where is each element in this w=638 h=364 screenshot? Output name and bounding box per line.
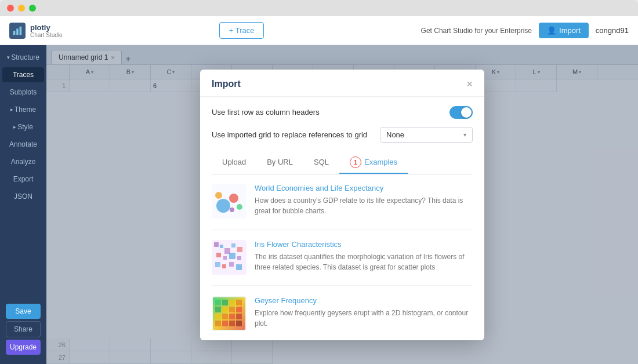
grid-dropdown-value: None xyxy=(386,130,404,139)
brand-name: plotly xyxy=(30,23,63,32)
import-modal: Import × Use first row as column headers xyxy=(200,70,484,340)
sidebar-item-annotate[interactable]: Annotate xyxy=(2,137,44,152)
modal-body: Use first row as column headers Use impo… xyxy=(200,97,484,340)
traffic-light-green[interactable] xyxy=(29,5,36,12)
app-container: plotly Chart Studio + Trace Get Chart St… xyxy=(0,16,638,364)
modal-close-button[interactable]: × xyxy=(466,79,473,89)
save-button[interactable]: Save xyxy=(6,304,41,319)
example-iris-flower-desc: The iris dataset quantifies the morpholo… xyxy=(255,252,473,272)
first-row-label: Use first row as column headers xyxy=(212,108,320,117)
tab-examples-badge: 1 xyxy=(350,156,361,168)
example-iris-flower-title[interactable]: Iris Flower Characteristics xyxy=(255,240,473,249)
sidebar-item-analyze[interactable]: Analyze xyxy=(2,154,44,169)
plotly-icon xyxy=(9,23,26,39)
import-label: Import xyxy=(559,26,581,35)
svg-point-5 xyxy=(229,194,238,203)
svg-point-7 xyxy=(215,192,222,199)
svg-rect-18 xyxy=(215,262,220,267)
sidebar-item-export[interactable]: Export xyxy=(2,172,44,187)
example-world-economies: World Economies and Life Expectancy How … xyxy=(212,184,473,230)
svg-rect-30 xyxy=(236,307,242,312)
tab-examples[interactable]: 1 Examples xyxy=(339,152,408,174)
tab-sql[interactable]: SQL xyxy=(303,152,339,174)
sidebar-item-label: Style xyxy=(17,123,33,131)
content-area: Unnamed grid 1 × + A▾ B▾ C▾ D▾ E▾ F▾ G▾ … xyxy=(46,45,638,364)
sidebar-item-label: Structure xyxy=(11,53,39,61)
first-row-toggle[interactable] xyxy=(449,106,473,119)
svg-rect-24 xyxy=(222,300,228,305)
grid-dropdown[interactable]: None ▾ xyxy=(380,127,473,143)
svg-rect-25 xyxy=(229,300,235,305)
modal-backdrop: Import × Use first row as column headers xyxy=(46,45,638,364)
traffic-light-yellow[interactable] xyxy=(18,5,25,12)
svg-rect-17 xyxy=(237,256,241,260)
sidebar-item-label: Traces xyxy=(13,71,34,79)
svg-rect-15 xyxy=(223,256,227,260)
username: congnd91 xyxy=(596,26,629,35)
svg-rect-2 xyxy=(20,26,22,34)
svg-rect-37 xyxy=(229,321,235,326)
svg-rect-13 xyxy=(237,247,242,252)
svg-rect-14 xyxy=(216,253,221,257)
svg-rect-35 xyxy=(215,321,221,326)
svg-rect-33 xyxy=(229,314,235,319)
svg-rect-27 xyxy=(215,307,221,312)
example-world-economies-desc: How does a country's GDP relate to its l… xyxy=(255,195,473,216)
example-world-economies-title[interactable]: World Economies and Life Expectancy xyxy=(255,184,473,192)
svg-point-8 xyxy=(230,208,234,212)
svg-rect-38 xyxy=(236,321,242,326)
example-thumb-geyser xyxy=(212,296,246,331)
svg-rect-28 xyxy=(222,307,228,312)
upgrade-button[interactable]: Upgrade xyxy=(6,340,41,355)
enterprise-text: Get Chart Studio for your Enterprise xyxy=(421,27,532,35)
sidebar: ▾ Structure Traces Subplots ▸ Theme ▸ St… xyxy=(0,45,46,364)
svg-rect-9 xyxy=(214,242,219,247)
toggle-knob xyxy=(461,107,472,118)
example-iris-flower-info: Iris Flower Characteristics The iris dat… xyxy=(255,240,473,272)
share-button[interactable]: Share xyxy=(6,321,41,337)
traffic-light-red[interactable] xyxy=(7,5,14,12)
svg-rect-32 xyxy=(222,314,228,319)
window-chrome xyxy=(0,0,638,16)
first-row-option: Use first row as column headers xyxy=(212,106,473,119)
sidebar-item-theme[interactable]: ▸ Theme xyxy=(2,102,44,117)
example-thumb-bubble xyxy=(212,184,246,219)
brand-subtitle: Chart Studio xyxy=(30,32,63,38)
sidebar-item-traces[interactable]: Traces xyxy=(2,67,44,82)
top-bar: plotly Chart Studio + Trace Get Chart St… xyxy=(0,16,638,45)
add-trace-button[interactable]: + Trace xyxy=(219,22,264,39)
import-button[interactable]: 👤 Import xyxy=(539,23,589,38)
examples-list: World Economies and Life Expectancy How … xyxy=(212,184,473,331)
sidebar-item-label: Annotate xyxy=(9,140,37,148)
tab-upload[interactable]: Upload xyxy=(212,152,256,174)
svg-rect-1 xyxy=(16,28,19,35)
svg-point-4 xyxy=(216,199,230,213)
sidebar-item-label: Subplots xyxy=(10,88,37,96)
main-content: ▾ Structure Traces Subplots ▸ Theme ▸ St… xyxy=(0,45,638,364)
example-geyser-frequency-title[interactable]: Geyser Frequency xyxy=(255,296,473,305)
chevron-right-icon: ▸ xyxy=(10,107,13,112)
svg-rect-29 xyxy=(229,307,235,312)
sidebar-item-label: Analyze xyxy=(11,158,36,166)
tab-examples-label: Examples xyxy=(364,158,397,166)
example-iris-flower: Iris Flower Characteristics The iris dat… xyxy=(212,240,473,286)
grid-replace-label: Use imported grid to replace references … xyxy=(212,130,380,139)
sidebar-item-structure[interactable]: ▾ Structure xyxy=(2,50,44,65)
example-world-economies-info: World Economies and Life Expectancy How … xyxy=(255,184,473,216)
sidebar-item-style[interactable]: ▸ Style xyxy=(2,119,44,134)
top-bar-right: Get Chart Studio for your Enterprise 👤 I… xyxy=(421,23,629,38)
svg-rect-26 xyxy=(236,300,242,305)
svg-rect-10 xyxy=(220,245,223,248)
svg-rect-16 xyxy=(229,253,235,259)
svg-rect-34 xyxy=(236,314,242,319)
example-thumb-iris xyxy=(212,240,246,275)
svg-rect-36 xyxy=(222,321,228,326)
sidebar-item-subplots[interactable]: Subplots xyxy=(2,85,44,100)
tab-by-url[interactable]: By URL xyxy=(256,152,303,174)
modal-tabs: Upload By URL SQL 1 Examples xyxy=(212,152,473,174)
svg-rect-12 xyxy=(231,243,235,247)
svg-rect-31 xyxy=(215,314,221,319)
sidebar-item-label: JSON xyxy=(14,192,32,201)
sidebar-item-json[interactable]: JSON xyxy=(2,189,44,204)
chevron-right-icon: ▸ xyxy=(13,124,16,130)
